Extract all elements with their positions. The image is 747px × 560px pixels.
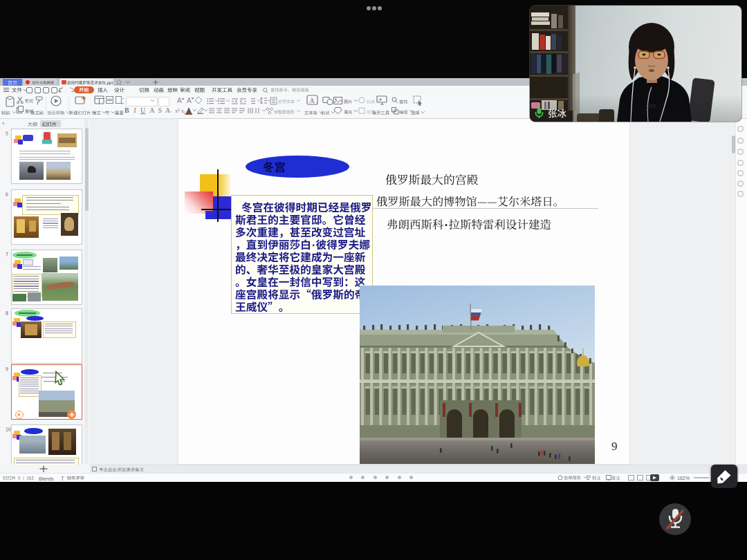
svg-text:B I U A S A· x² x2: B I U A S A· x² x2 [124, 106, 186, 115]
svg-text:A: A [310, 97, 315, 104]
svg-text:162%: 162% [677, 476, 690, 480]
svg-text:9: 9 [611, 440, 618, 453]
svg-text:T: T [61, 475, 64, 481]
svg-text:A: A [177, 97, 182, 104]
svg-text:Blends: Blends [39, 476, 54, 480]
svg-text:A: A [187, 97, 192, 104]
